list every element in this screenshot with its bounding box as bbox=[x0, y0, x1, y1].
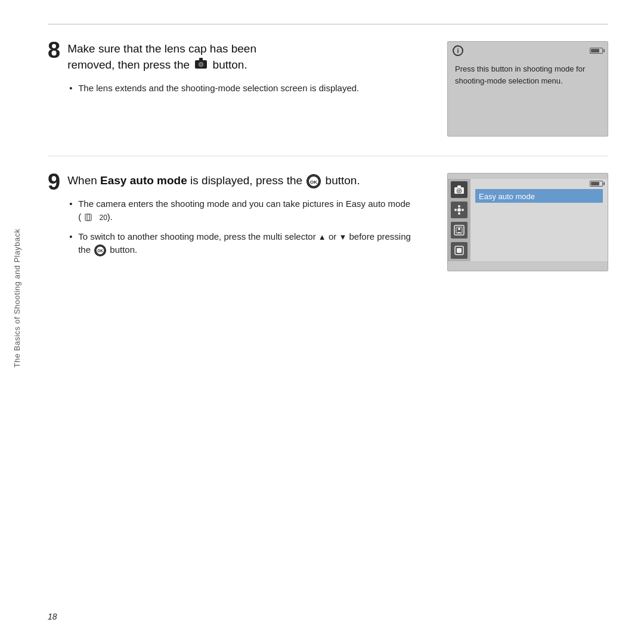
svg-point-18 bbox=[462, 209, 464, 211]
mode-icon-other bbox=[451, 242, 467, 259]
easy-auto-mode-label: Easy auto mode bbox=[479, 191, 535, 202]
section-9: 9 When Easy auto mode is displayed, pres… bbox=[48, 156, 608, 290]
ok-button-icon-2: OK bbox=[94, 244, 106, 256]
step-9-mode-sidebar bbox=[448, 179, 470, 261]
camera-button-icon bbox=[194, 57, 208, 69]
svg-text:OK: OK bbox=[97, 249, 103, 253]
mode-icon-auto bbox=[451, 181, 467, 198]
portrait-mode-icon bbox=[454, 225, 465, 236]
step-9-screen: Easy auto mode bbox=[447, 173, 608, 271]
step-9-screen-topbar bbox=[448, 174, 608, 179]
step-9-screen-content: Easy auto mode bbox=[448, 179, 608, 261]
step-8-content: Make sure that the lens cap has been rem… bbox=[67, 41, 413, 101]
scene-mode-icon bbox=[454, 205, 465, 215]
svg-rect-23 bbox=[457, 248, 462, 253]
step-8-bullets: The lens extends and the shooting-mode s… bbox=[67, 82, 413, 95]
section-8: 8 Make sure that the lens cap has been r… bbox=[48, 24, 608, 156]
svg-point-3 bbox=[200, 63, 203, 66]
screen9-battery bbox=[590, 181, 603, 187]
battery-icon bbox=[590, 48, 603, 54]
svg-point-21 bbox=[458, 228, 460, 230]
svg-rect-1 bbox=[199, 58, 203, 61]
section-8-left: 8 Make sure that the lens cap has been r… bbox=[48, 41, 429, 101]
svg-point-16 bbox=[458, 212, 460, 215]
step-9-bullet-2: To switch to another shooting mode, pres… bbox=[67, 230, 413, 257]
step-9-title: When Easy auto mode is displayed, press … bbox=[67, 173, 413, 189]
svg-point-13 bbox=[459, 190, 460, 192]
ok-icon-svg-2: OK bbox=[95, 245, 105, 256]
section-9-right: Easy auto mode bbox=[447, 173, 608, 271]
auto-mode-icon bbox=[454, 185, 465, 194]
screen-empty-area bbox=[475, 206, 603, 242]
selected-mode-label-row: Easy auto mode bbox=[475, 189, 603, 203]
step-8-number: 8 bbox=[48, 39, 60, 61]
step-8-screen-text: Press this button in shooting mode for s… bbox=[455, 63, 600, 87]
ok-button-icon: OK bbox=[306, 174, 321, 188]
page-ref-icon bbox=[85, 213, 95, 222]
easy-auto-mode-text: Easy auto mode bbox=[100, 174, 187, 187]
arrow-up-icon: ▲ bbox=[318, 231, 326, 243]
mode-icon-scene bbox=[451, 202, 467, 218]
svg-rect-11 bbox=[457, 185, 461, 188]
step-9-content: When Easy auto mode is displayed, press … bbox=[67, 173, 413, 263]
step-8-screen-topbar: i bbox=[448, 42, 608, 58]
ok-icon-svg: OK bbox=[308, 175, 320, 187]
step-9-bullets: The camera enters the shooting mode and … bbox=[67, 197, 413, 257]
step-8-title: Make sure that the lens cap has been rem… bbox=[67, 41, 413, 73]
step-8-screen: i Press this button in shooting mode for… bbox=[447, 41, 608, 137]
arrow-down-icon: ▼ bbox=[339, 231, 346, 243]
svg-point-15 bbox=[458, 205, 460, 208]
mode-icon-portrait bbox=[451, 222, 467, 239]
step-8-screen-body: Press this button in shooting mode for s… bbox=[448, 58, 608, 95]
svg-point-17 bbox=[454, 209, 457, 211]
step-9-screen-main: Easy auto mode bbox=[470, 179, 608, 261]
svg-text:OK: OK bbox=[310, 179, 317, 185]
section-8-right: i Press this button in shooting mode for… bbox=[447, 41, 608, 137]
svg-point-14 bbox=[457, 208, 461, 212]
step-9-number: 9 bbox=[48, 171, 60, 193]
step-9-bullet-1: The camera enters the shooting mode and … bbox=[67, 197, 413, 224]
other-mode-icon bbox=[454, 245, 465, 256]
info-icon: i bbox=[453, 45, 463, 56]
page-number: 18 bbox=[48, 612, 57, 621]
section-9-left: 9 When Easy auto mode is displayed, pres… bbox=[48, 173, 429, 263]
step-8-bullet-1: The lens extends and the shooting-mode s… bbox=[67, 82, 413, 95]
